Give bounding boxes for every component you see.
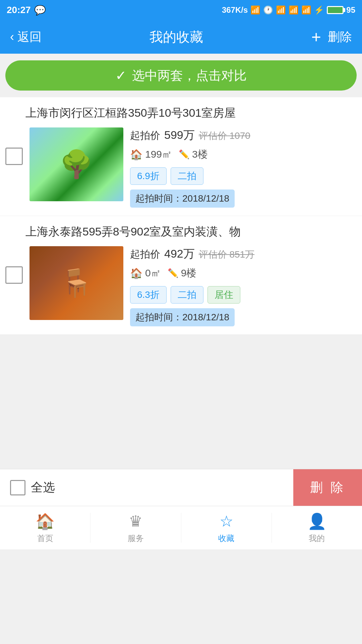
- property-image-2: [29, 246, 123, 320]
- favorites-tab-label: 收藏: [218, 533, 234, 544]
- tags-row-2: 6.3折 二拍 居住: [130, 286, 357, 304]
- clock-icon: 🕐: [263, 5, 273, 15]
- service-tab-label: 服务: [128, 533, 144, 544]
- back-button[interactable]: ‹ 返回: [10, 29, 42, 45]
- price-label-1: 起拍价: [130, 129, 160, 143]
- home-tab-icon: 🏠: [36, 512, 55, 530]
- page-title: 我的收藏: [149, 28, 203, 46]
- house-icon-1: 🏠: [130, 149, 142, 160]
- battery-level: 95: [346, 5, 355, 15]
- tag-discount-2: 6.3折: [130, 286, 167, 304]
- price-estimated-2: 评估价 851万: [199, 248, 255, 261]
- check-icon: ✓: [115, 68, 127, 83]
- charging-icon: ⚡: [314, 5, 324, 15]
- delete-button[interactable]: 删 除: [293, 469, 362, 506]
- properties-list: 上海市闵行区江桓路350弄10号301室房屋 起拍价 599万 评估价 1070…: [0, 97, 362, 335]
- area-detail-1: 🏠 199㎡: [130, 148, 172, 161]
- floor-detail-2: ✏️ 9楼: [168, 266, 197, 280]
- property-checkbox-1[interactable]: [5, 148, 23, 165]
- signal2-icon: 📶: [301, 5, 311, 15]
- property-body-2: 起拍价 492万 评估价 851万 🏠 0㎡ ✏️ 9楼 6.3折: [5, 246, 357, 326]
- tab-mine[interactable]: 👤 我的: [272, 506, 362, 549]
- mine-tab-icon: 👤: [307, 512, 326, 530]
- nav-bar: ‹ 返回 我的收藏 + 删除: [0, 20, 362, 54]
- wifi-icon: 📶: [276, 5, 286, 15]
- property-info-1: 起拍价 599万 评估价 1070 🏠 199㎡ ✏️ 3楼 6.9折: [130, 127, 357, 208]
- property-title-1: 上海市闵行区江桓路350弄10号301室房屋: [5, 105, 357, 121]
- tab-favorites[interactable]: ☆ 收藏: [181, 506, 272, 549]
- select-all-checkbox[interactable]: [10, 480, 25, 495]
- select-all-label: 全选: [31, 479, 55, 496]
- floor-value-2: 9楼: [181, 266, 197, 280]
- back-label: 返回: [17, 29, 42, 45]
- network-speed: 367K/s: [222, 5, 248, 15]
- mine-tab-label: 我的: [309, 533, 325, 544]
- tag-residential-2: 居住: [207, 286, 240, 304]
- checkbox-area-2: [5, 246, 23, 284]
- status-time: 20:27: [7, 5, 31, 15]
- floor-value-1: 3楼: [192, 148, 208, 161]
- edit-icon-2: ✏️: [168, 268, 178, 278]
- price-row-2: 起拍价 492万 评估价 851万: [130, 246, 357, 262]
- nav-delete-button[interactable]: 删除: [328, 29, 352, 45]
- property-image-1: [29, 127, 123, 201]
- tab-service[interactable]: ♛ 服务: [90, 506, 181, 549]
- signal-icon: 📶: [289, 5, 299, 15]
- edit-icon-1: ✏️: [179, 149, 189, 160]
- service-tab-icon: ♛: [129, 512, 142, 530]
- price-main-2: 492万: [164, 246, 195, 262]
- time-row-1: 起拍时间：2018/12/18: [130, 190, 235, 208]
- details-row-2: 🏠 0㎡ ✏️ 9楼: [130, 266, 357, 280]
- bottom-action-bar: 全选 删 除: [0, 469, 362, 506]
- property-card-2: 上海永泰路595弄8号902室及室内装潢、物 起拍价 492万 评估价 851万…: [0, 216, 362, 335]
- select-all-area: 全选: [0, 479, 293, 496]
- floor-detail-1: ✏️ 3楼: [179, 148, 208, 161]
- property-checkbox-2[interactable]: [5, 266, 23, 284]
- details-row-1: 🏠 199㎡ ✏️ 3楼: [130, 148, 357, 161]
- time-row-2: 起拍时间：2018/12/18: [130, 308, 235, 326]
- area-value-1: 199㎡: [145, 148, 172, 161]
- compare-banner-text: 选中两套，点击对比: [132, 67, 247, 84]
- nav-actions: + 删除: [311, 27, 352, 47]
- compare-banner[interactable]: ✓ 选中两套，点击对比: [5, 60, 357, 91]
- status-bar: 20:27 💬 367K/s 📶 🕐 📶 📶 📶 ⚡ 95: [0, 0, 362, 20]
- tags-row-1: 6.9折 二拍: [130, 167, 357, 185]
- property-body-1: 起拍价 599万 评估价 1070 🏠 199㎡ ✏️ 3楼 6.9折: [5, 127, 357, 208]
- property-card-1: 上海市闵行区江桓路350弄10号301室房屋 起拍价 599万 评估价 1070…: [0, 97, 362, 216]
- price-label-2: 起拍价: [130, 248, 160, 261]
- sim-icon: 📶: [250, 5, 260, 15]
- property-info-2: 起拍价 492万 评估价 851万 🏠 0㎡ ✏️ 9楼 6.3折: [130, 246, 357, 326]
- tag-discount-1: 6.9折: [130, 167, 167, 185]
- tag-round-2: 二拍: [171, 286, 203, 304]
- favorites-tab-icon: ☆: [220, 512, 233, 530]
- house-icon-2: 🏠: [130, 267, 142, 279]
- status-left: 20:27 💬: [7, 5, 46, 16]
- price-estimated-1: 评估价 1070: [199, 129, 250, 142]
- battery-icon: [327, 6, 344, 14]
- price-row-1: 起拍价 599万 评估价 1070: [130, 127, 357, 143]
- tab-home[interactable]: 🏠 首页: [0, 506, 90, 549]
- status-app-icon: 💬: [34, 5, 46, 16]
- tab-bar: 🏠 首页 ♛ 服务 ☆ 收藏 👤 我的: [0, 506, 362, 549]
- price-main-1: 599万: [164, 127, 195, 143]
- area-detail-2: 🏠 0㎡: [130, 266, 161, 280]
- home-tab-label: 首页: [37, 533, 53, 544]
- status-right: 367K/s 📶 🕐 📶 📶 📶 ⚡ 95: [222, 5, 355, 15]
- property-title-2: 上海永泰路595弄8号902室及室内装潢、物: [5, 224, 357, 239]
- checkbox-area-1: [5, 127, 23, 165]
- add-button[interactable]: +: [311, 27, 321, 47]
- back-chevron-icon: ‹: [10, 30, 14, 44]
- area-value-2: 0㎡: [145, 266, 161, 280]
- empty-space: [0, 335, 362, 469]
- tag-round-1: 二拍: [171, 167, 203, 185]
